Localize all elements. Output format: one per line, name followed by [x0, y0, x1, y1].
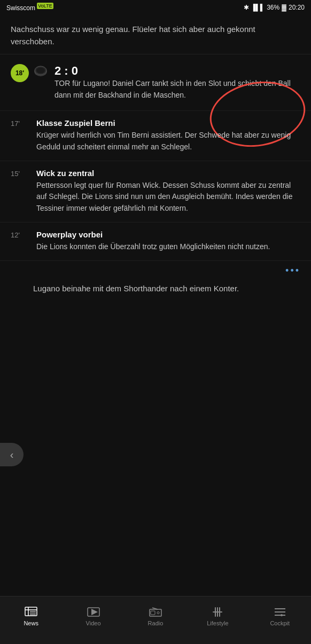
svg-point-13	[157, 611, 159, 614]
minute-badge-18: 18'	[11, 64, 29, 82]
news-icon	[24, 606, 38, 618]
svg-rect-18	[213, 611, 222, 613]
svg-rect-12	[151, 611, 155, 615]
puck-icon	[33, 64, 48, 79]
partial-article-body: Lugano beinahe mit dem Shorthander nach …	[33, 284, 239, 293]
svg-point-23	[281, 614, 283, 616]
event-body-15: Pettersson legt quer für Roman Wick. Des…	[36, 180, 300, 214]
score-text: 2 : 0	[55, 64, 78, 78]
time-label: 20:20	[289, 4, 305, 11]
event-row-17: 17' Klasse Zuspiel Berni Krüger wird her…	[0, 111, 311, 161]
tab-radio-label: Radio	[148, 620, 164, 626]
tab-cockpit-label: Cockpit	[270, 620, 290, 626]
main-content: Nachschuss war zu wenig genau. Flüeler h…	[0, 15, 311, 347]
event-row-15: 15' Wick zu zentral Pettersson legt quer…	[0, 161, 311, 222]
tab-lifestyle-label: Lifestyle	[207, 620, 228, 626]
event-row-12: 12' Powerplay vorbei Die Lions konnten d…	[0, 222, 311, 261]
tab-news-label: News	[24, 620, 38, 626]
tab-lifestyle[interactable]: Lifestyle	[196, 606, 239, 626]
svg-point-2	[36, 68, 45, 74]
tab-bar: News Video Radio	[0, 596, 311, 644]
battery-label: 36%	[267, 4, 279, 11]
radio-icon	[149, 606, 162, 618]
event-body-12: Die Lions konnten die Überzahl trotz gut…	[36, 241, 300, 253]
signal-icon: ▐▌▌	[251, 4, 265, 11]
goal-event-body: TOR für Lugano! Daniel Carr tankt sich i…	[55, 78, 300, 101]
event-row-goal-18: 18' 2 : 0 TOR für Lugano! Daniel Carr ta…	[0, 54, 311, 111]
minute-15: 15'	[11, 169, 30, 178]
back-button[interactable]: ‹	[0, 443, 24, 466]
carrier-label: Swisscom VoLTE	[6, 3, 53, 12]
cockpit-icon	[273, 606, 287, 618]
svg-rect-11	[150, 609, 161, 616]
tab-video[interactable]: Video	[72, 606, 115, 626]
event-title-12: Powerplay vorbei	[36, 230, 300, 239]
battery-icon: ▓	[282, 4, 286, 11]
tab-cockpit[interactable]: Cockpit	[259, 606, 301, 626]
event-title-15: Wick zu zentral	[36, 169, 300, 178]
event-content-17: Klasse Zuspiel Berni Krüger wird herrlic…	[30, 118, 300, 153]
more-dots[interactable]: •••	[0, 261, 311, 279]
minute-12: 12'	[11, 230, 30, 239]
svg-marker-9	[91, 609, 98, 615]
tab-radio[interactable]: Radio	[134, 606, 177, 626]
event-content-12: Powerplay vorbei Die Lions konnten die Ü…	[30, 230, 300, 253]
video-icon	[87, 606, 100, 618]
event-content-15: Wick zu zentral Pettersson legt quer für…	[30, 169, 300, 214]
partial-article: Lugano beinahe mit dem Shorthander nach …	[0, 279, 311, 299]
event-body-17: Krüger wird herrlich von Tim Berni assis…	[36, 130, 300, 153]
event-title-17: Klasse Zuspiel Berni	[36, 118, 300, 128]
score-row: 2 : 0	[55, 64, 300, 78]
status-bar: Swisscom VoLTE ✱ ▐▌▌ 36% ▓ 20:20	[0, 0, 311, 15]
top-text-block: Nachschuss war zu wenig genau. Flüeler h…	[0, 15, 311, 54]
goal-event-content: 2 : 0 TOR für Lugano! Daniel Carr tankt …	[48, 64, 300, 101]
status-icons: ✱ ▐▌▌ 36% ▓ 20:20	[244, 4, 305, 11]
bluetooth-icon: ✱	[244, 4, 249, 11]
minute-17: 17'	[11, 118, 30, 128]
top-text-body: Nachschuss war zu wenig genau. Flüeler h…	[11, 25, 255, 46]
tab-video-label: Video	[86, 620, 101, 626]
lifestyle-icon	[211, 606, 224, 618]
tab-news[interactable]: News	[10, 606, 52, 626]
